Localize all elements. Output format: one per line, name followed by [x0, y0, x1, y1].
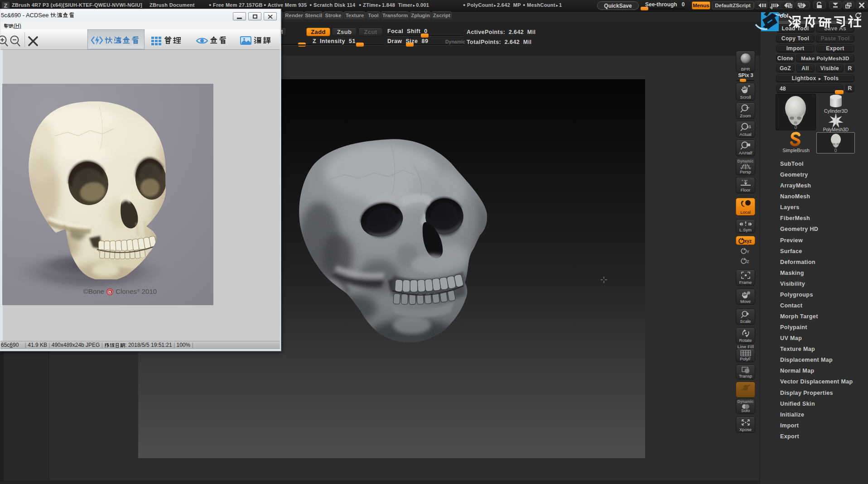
svg-text:x y z: x y z — [742, 179, 747, 182]
svg-text:Y: Y — [747, 249, 749, 254]
svg-text:B: B — [108, 290, 111, 294]
svg-text:xyz: xyz — [744, 239, 752, 244]
svg-text:x1: x1 — [747, 125, 751, 129]
svg-text:Z: Z — [747, 259, 749, 264]
